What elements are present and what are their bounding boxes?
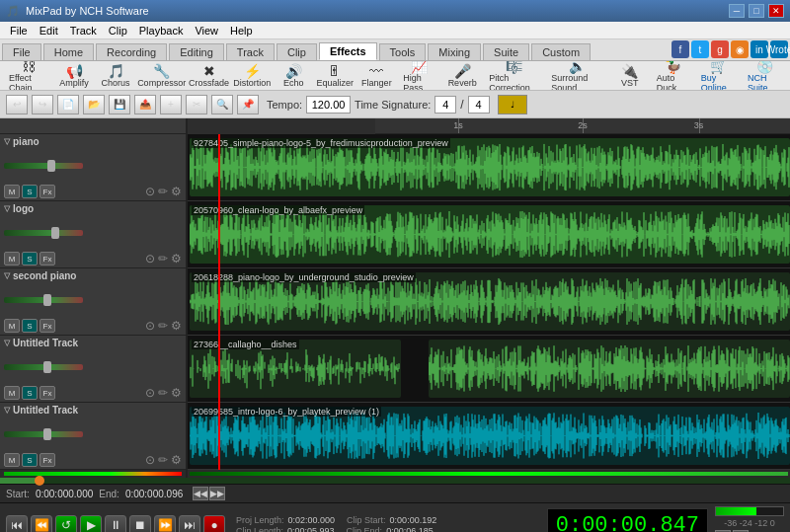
tab-home[interactable]: Home (43, 43, 94, 60)
track-mute-dishes[interactable]: M (4, 386, 20, 400)
loop-btn[interactable]: ↺ (55, 515, 77, 532)
menu-help[interactable]: Help (224, 25, 259, 37)
menu-file[interactable]: File (4, 25, 34, 37)
open-btn[interactable]: 📂 (83, 95, 105, 114)
track-settings-icon-dishes[interactable]: ⚙ (171, 386, 182, 400)
menu-view[interactable]: View (189, 25, 224, 37)
track-lane-logo[interactable]: 20570960_clean-logo_by_albaefx_preview (188, 201, 790, 268)
new-btn[interactable]: 📄 (57, 95, 79, 114)
clip-piano[interactable]: 9278405_simple-piano-logo-5_by_fredimusi… (190, 138, 790, 196)
tool1-btn[interactable]: ✂ (186, 95, 207, 114)
progress-thumb[interactable] (35, 476, 44, 486)
reverb-btn[interactable]: 🎤Reverb (442, 62, 482, 90)
track-lane-dishes[interactable]: 27366__callagho__dishes (188, 336, 790, 403)
buyonline-btn[interactable]: 🛒Buy Online (696, 61, 741, 91)
tab-track[interactable]: Track (226, 43, 275, 60)
vol-thumb-logo[interactable] (51, 227, 59, 239)
vol-thumb-piano[interactable] (47, 160, 55, 172)
track-record-icon-dishes[interactable]: ⊙ (145, 386, 155, 400)
track-lane-secondpiano[interactable]: 20618288_piano-logo_by_underground_studi… (188, 268, 790, 336)
export-btn[interactable]: 📤 (134, 95, 156, 114)
minimize-button[interactable]: ─ (729, 4, 745, 18)
track-lane-piano[interactable]: 9278405_simple-piano-logo-5_by_fredimusi… (188, 134, 790, 201)
redo-btn[interactable]: ↪ (32, 95, 53, 114)
stop-btn[interactable]: ⏹ (129, 515, 151, 532)
progress-bar[interactable] (0, 478, 790, 484)
track-solo-secondpiano[interactable]: S (22, 319, 38, 333)
undo-btn[interactable]: ↩ (6, 95, 28, 114)
track-settings-icon-intro[interactable]: ⚙ (171, 453, 182, 467)
track-solo-intro[interactable]: S (22, 453, 38, 467)
facebook-icon[interactable]: f (672, 40, 689, 58)
tab-effects[interactable]: Effects (319, 42, 377, 60)
track-volume-intro[interactable] (4, 431, 83, 437)
track-edit-icon-logo[interactable]: ✏ (158, 252, 168, 266)
menu-playback[interactable]: Playback (133, 25, 190, 37)
track-volume-dishes[interactable] (4, 364, 83, 370)
clip-logo[interactable]: 20570960_clean-logo_by_albaefx_preview (190, 205, 790, 264)
surround-btn[interactable]: 🔈Surround Sound (546, 61, 607, 91)
track-arrow-logo[interactable]: ▽ (4, 204, 10, 213)
nchsuite-btn[interactable]: 💿NCH Suite (743, 61, 786, 91)
track-mute-secondpiano[interactable]: M (4, 319, 20, 333)
track-fx-dishes[interactable]: Fx (40, 386, 55, 400)
forward-btn[interactable]: ⏩ (154, 515, 176, 532)
track-fx-logo[interactable]: Fx (40, 252, 55, 266)
twitter-icon[interactable]: t (691, 40, 709, 58)
track-solo-logo[interactable]: S (22, 252, 38, 266)
metronome-btn[interactable]: ♩ (498, 95, 527, 114)
tab-file[interactable]: File (2, 43, 41, 60)
track-volume-secondpiano[interactable] (4, 297, 83, 303)
compressor-btn[interactable]: 🔧Compressor (137, 62, 186, 90)
track-settings-icon-secondpiano[interactable]: ⚙ (171, 319, 182, 333)
tab-tools[interactable]: Tools (379, 43, 427, 60)
track-arrow-intro[interactable]: ▽ (4, 406, 10, 415)
rewind-btn[interactable]: ⏪ (31, 515, 52, 532)
record-btn[interactable]: ● (203, 515, 225, 532)
tab-custom[interactable]: Custom (531, 43, 591, 60)
menu-track[interactable]: Track (64, 25, 103, 37)
play-btn[interactable]: ▶ (80, 515, 102, 532)
track-edit-icon-piano[interactable]: ✏ (158, 185, 168, 198)
tab-clip[interactable]: Clip (276, 43, 317, 60)
prev-btn[interactable]: ◀◀ (193, 487, 208, 500)
track-arrow-piano[interactable]: ▽ (4, 137, 10, 146)
echo-btn[interactable]: 🔊Echo (274, 62, 313, 90)
next-btn[interactable]: ▶▶ (209, 487, 225, 500)
track-edit-icon-intro[interactable]: ✏ (158, 453, 168, 467)
track-fx-intro[interactable]: Fx (40, 453, 55, 467)
track-mute-intro[interactable]: M (4, 453, 20, 467)
flanger-btn[interactable]: 〰Flanger (356, 62, 396, 90)
rss-icon[interactable]: ◉ (731, 40, 749, 58)
track-edit-icon-dishes[interactable]: ✏ (158, 386, 168, 400)
vst-btn[interactable]: 🔌VST (610, 62, 650, 90)
track-record-icon-piano[interactable]: ⊙ (145, 185, 155, 198)
vol-thumb-intro[interactable] (43, 428, 51, 440)
pause-btn[interactable]: ⏸ (105, 515, 126, 532)
equalizer-btn[interactable]: 🎚Equalizer (315, 62, 355, 90)
amplify-btn[interactable]: 📢Amplify (54, 62, 94, 90)
track-volume-piano[interactable] (4, 163, 83, 169)
highpass-btn[interactable]: 📈High Pass (398, 61, 440, 91)
time-sig-den[interactable] (468, 96, 490, 114)
track-arrow-secondpiano[interactable]: ▽ (4, 271, 10, 280)
tab-suite[interactable]: Suite (483, 43, 529, 60)
vol-thumb-dishes[interactable] (43, 361, 51, 373)
track-record-icon-secondpiano[interactable]: ⊙ (145, 319, 155, 333)
save-btn[interactable]: 💾 (109, 95, 130, 114)
menu-clip[interactable]: Clip (103, 25, 133, 37)
track-solo-dishes[interactable]: S (22, 386, 38, 400)
tab-editing[interactable]: Editing (169, 43, 224, 60)
crossfade-btn[interactable]: ✖Crossfade (188, 62, 230, 90)
tab-mixing[interactable]: Mixing (428, 43, 481, 60)
master-slider[interactable] (715, 506, 784, 516)
track-record-icon-logo[interactable]: ⊙ (145, 252, 155, 266)
track-lanes[interactable]: 9278405_simple-piano-logo-5_by_fredimusi… (188, 134, 790, 470)
effect-chain-btn[interactable]: ⛓Effect Chain (4, 61, 52, 91)
maximize-button[interactable]: □ (749, 4, 764, 18)
track-fx-piano[interactable]: Fx (40, 185, 55, 198)
pitch-btn[interactable]: 🎼Pitch Correction (484, 61, 544, 91)
tool2-btn[interactable]: 🔍 (211, 95, 233, 114)
track-mute-logo[interactable]: M (4, 252, 20, 266)
tempo-input[interactable] (306, 96, 351, 114)
